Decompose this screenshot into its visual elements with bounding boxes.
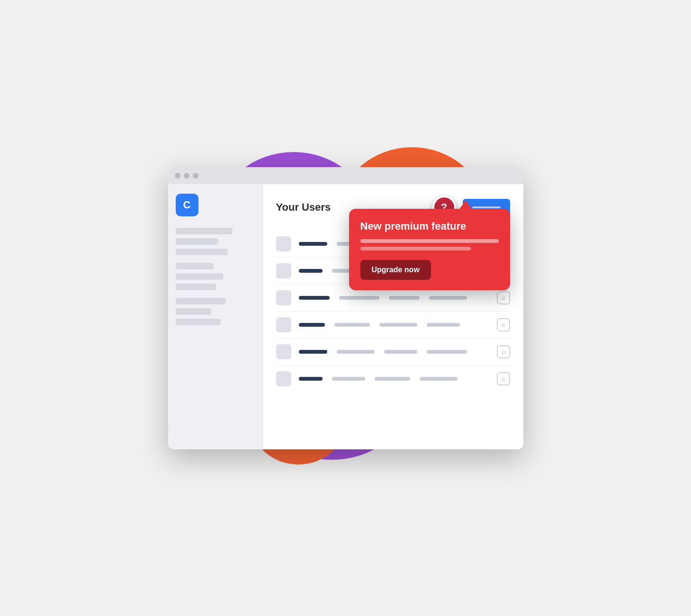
tooltip-title: New premium feature (360, 220, 499, 232)
sidebar-item (176, 263, 214, 269)
cell-bar-light (332, 377, 365, 381)
tooltip-arrow (459, 200, 472, 210)
cell-bar-light (375, 377, 410, 381)
sidebar-item (176, 238, 218, 245)
traffic-light-maximize (193, 173, 198, 179)
cell-bar-light (339, 296, 379, 300)
sidebar-item (176, 249, 228, 255)
cell-bar-light (379, 323, 417, 327)
tooltip-line1 (360, 239, 499, 243)
sidebar-item (176, 319, 221, 325)
cell-bar-light (384, 350, 417, 354)
cell-bar-light (337, 350, 375, 354)
cell-bar (299, 296, 330, 300)
scene: C Your Users (152, 143, 540, 474)
cell-bar (299, 377, 323, 381)
avatar (276, 344, 291, 359)
cell-bar (299, 242, 327, 246)
avatar (276, 263, 291, 278)
tooltip-line2 (360, 247, 471, 250)
browser-titlebar (168, 167, 523, 184)
sidebar: C (168, 184, 263, 449)
avatar (276, 317, 291, 332)
row-cells (299, 377, 489, 381)
search-icon: ⌕ (502, 375, 505, 382)
browser-window: C Your Users (168, 167, 523, 449)
search-button[interactable]: ⌕ (497, 318, 510, 331)
cell-bar-light (420, 377, 458, 381)
sidebar-item (176, 284, 216, 290)
search-icon: ⌕ (502, 348, 505, 355)
cell-bar (299, 269, 323, 273)
row-cells (299, 323, 489, 327)
traffic-light-close (175, 173, 180, 179)
search-button[interactable]: ⌕ (497, 345, 510, 358)
cell-bar-light (334, 323, 370, 327)
avatar (276, 290, 291, 305)
sidebar-nav (176, 228, 255, 325)
premium-feature-tooltip: New premium feature Upgrade now (349, 209, 510, 290)
main-content: Your Users ? (263, 184, 523, 449)
cell-bar-light (427, 323, 460, 327)
table-row: ⌕ (276, 366, 510, 392)
add-button-bar (472, 206, 501, 208)
traffic-light-minimize (184, 173, 189, 179)
row-cells (299, 350, 489, 354)
search-icon: ⌕ (502, 294, 505, 301)
sidebar-item (176, 298, 225, 304)
cell-bar-light (427, 350, 467, 354)
cell-bar-light (389, 296, 420, 300)
sidebar-item (176, 273, 223, 280)
table-row: ⌕ (276, 339, 510, 366)
cell-bar (299, 350, 327, 354)
upgrade-button[interactable]: Upgrade now (360, 260, 431, 280)
avatar (276, 236, 291, 251)
table-row: ⌕ (276, 312, 510, 339)
sidebar-item (176, 308, 211, 315)
sidebar-logo: C (176, 194, 198, 216)
search-icon: ⌕ (502, 321, 505, 328)
page-title: Your Users (276, 201, 331, 214)
cell-bar-light (429, 296, 467, 300)
search-button[interactable]: ⌕ (497, 291, 510, 304)
cell-bar (299, 323, 325, 327)
search-button[interactable]: ⌕ (497, 372, 510, 385)
row-cells (299, 296, 489, 300)
sidebar-item (176, 228, 233, 234)
avatar (276, 371, 291, 386)
browser-body: C Your Users (168, 184, 523, 449)
